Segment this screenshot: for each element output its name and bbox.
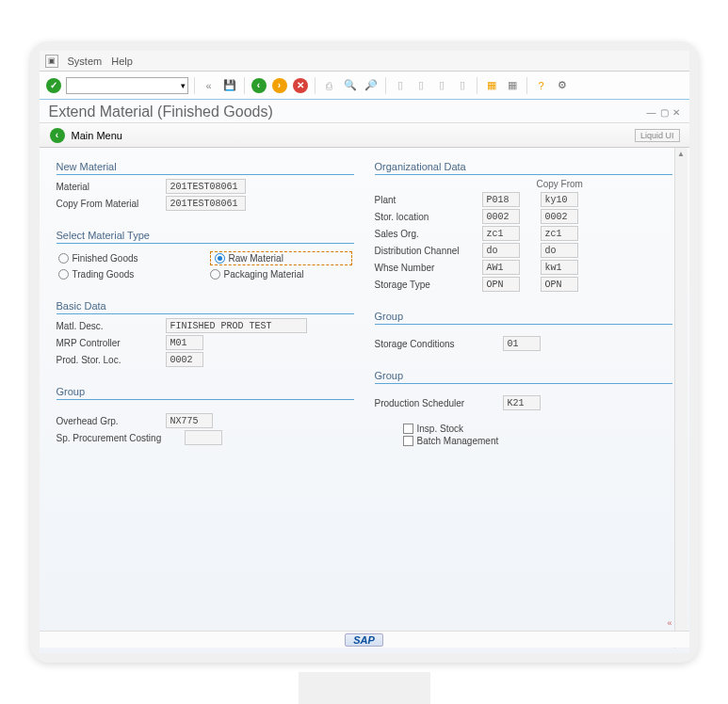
command-field[interactable]: ▾ <box>66 77 188 94</box>
label-sales: Sales Org. <box>375 229 477 239</box>
radio-raw-material[interactable]: Raw Material <box>210 251 352 265</box>
menu-help[interactable]: Help <box>111 56 133 67</box>
maximize-icon[interactable]: ▢ <box>660 107 669 118</box>
section-title-new-material: New Material <box>57 161 354 175</box>
minimize-icon[interactable]: — <box>647 107 656 118</box>
status-bar: SAP <box>40 631 689 648</box>
input-material[interactable]: 201TEST08061 <box>166 179 246 194</box>
label-matl-desc: Matl. Desc. <box>57 321 160 331</box>
section-title-select-type: Select Material Type <box>57 230 354 244</box>
input-matl-desc[interactable]: FINISHED PROD TEST <box>166 318 307 333</box>
label-plant: Plant <box>375 195 477 205</box>
shortcut-icon[interactable]: ▦ <box>504 77 521 94</box>
section-title-basic-data: Basic Data <box>57 300 354 314</box>
label-sp-proc: Sp. Procurement Costing <box>57 433 179 443</box>
checkbox-batch-mgmt[interactable]: Batch Management <box>403 436 672 446</box>
input-stype-copy[interactable]: OPN <box>541 277 578 292</box>
close-icon[interactable]: ✕ <box>672 107 680 118</box>
scrollbar[interactable]: ▲ ▼ <box>674 148 688 648</box>
section-group-r1: Group Storage Conditions 01 <box>375 311 672 353</box>
title-bar: Extend Material (Finished Goods) — ▢ ✕ <box>40 100 689 123</box>
section-basic-data: Basic Data Matl. Desc. FINISHED PROD TES… <box>57 300 354 369</box>
input-storage-cond[interactable]: 01 <box>503 336 541 351</box>
label-storage-cond: Storage Conditions <box>375 339 497 349</box>
radio-packaging-material[interactable]: Packaging Material <box>210 269 352 280</box>
input-sales-copy[interactable]: zc1 <box>541 226 578 241</box>
label-overhead: Overhead Grp. <box>57 416 160 426</box>
input-sales[interactable]: zc1 <box>482 226 520 241</box>
session-icon[interactable]: ▦ <box>483 77 500 94</box>
mainmenu-back-icon[interactable]: ‹ <box>49 127 66 144</box>
input-stor-copy[interactable]: 0002 <box>541 209 578 224</box>
section-title-org-data: Organizational Data <box>375 161 672 175</box>
section-group-left: Group Overhead Grp. NX775 Sp. Procuremen… <box>57 386 354 447</box>
exit-icon[interactable]: › <box>271 77 288 94</box>
page-last-icon[interactable]: ▯ <box>454 77 471 94</box>
menu-system[interactable]: System <box>68 56 103 67</box>
input-plant[interactable]: P018 <box>482 192 520 207</box>
help-icon[interactable]: ? <box>533 77 550 94</box>
radio-finished-goods[interactable]: Finished Goods <box>58 251 201 265</box>
app-icon: ▣ <box>45 55 58 68</box>
accept-icon[interactable]: ✓ <box>45 77 62 94</box>
back-double-icon[interactable]: « <box>201 77 218 94</box>
label-dist: Distribution Channel <box>375 246 477 256</box>
page-next-icon[interactable]: ▯ <box>433 77 450 94</box>
input-prod-sched[interactable]: K21 <box>503 395 541 410</box>
input-mrp[interactable]: M01 <box>166 335 203 350</box>
label-copy-from-header: Copy From <box>537 179 672 189</box>
find-icon[interactable]: 🔍 <box>342 77 359 94</box>
page-title: Extend Material (Finished Goods) <box>49 104 273 120</box>
section-title-group-r1: Group <box>375 311 672 325</box>
section-new-material: New Material Material 201TEST08061 Copy … <box>57 161 354 213</box>
label-mrp: MRP Controller <box>57 338 160 348</box>
section-org-data: Organizational Data Copy From Plant P018… <box>375 161 672 294</box>
section-title-group-r2: Group <box>375 370 672 384</box>
page-first-icon[interactable]: ▯ <box>392 77 409 94</box>
label-prod-sched: Production Scheduler <box>375 398 497 408</box>
input-stor[interactable]: 0002 <box>482 209 520 224</box>
label-prod-loc: Prod. Stor. Loc. <box>57 355 160 365</box>
label-whse: Whse Number <box>375 263 477 273</box>
input-plant-copy[interactable]: ky10 <box>541 192 578 207</box>
section-title-group-left: Group <box>57 386 354 400</box>
mainmenu-label[interactable]: Main Menu <box>72 130 122 141</box>
liquid-ui-badge: Liquid UI <box>635 129 680 142</box>
input-stype[interactable]: OPN <box>482 277 520 292</box>
scroll-up-icon[interactable]: ▲ <box>677 150 685 158</box>
checkbox-insp-stock[interactable]: Insp. Stock <box>403 424 672 434</box>
section-group-r2: Group Production Scheduler K21 Insp. Sto… <box>375 370 672 448</box>
print-icon[interactable]: ⎙ <box>321 77 338 94</box>
input-prod-loc[interactable]: 0002 <box>166 352 203 367</box>
radio-trading-goods[interactable]: Trading Goods <box>58 269 201 280</box>
input-whse-copy[interactable]: kw1 <box>541 260 578 275</box>
label-stype: Storage Type <box>375 280 477 290</box>
input-whse[interactable]: AW1 <box>482 260 520 275</box>
input-dist[interactable]: do <box>482 243 520 258</box>
menubar: ▣ System Help <box>40 51 689 72</box>
input-dist-copy[interactable]: do <box>541 243 578 258</box>
settings-icon[interactable]: ⚙ <box>554 77 571 94</box>
input-sp-proc[interactable] <box>185 430 222 445</box>
label-material: Material <box>57 182 160 192</box>
back-icon[interactable]: ‹ <box>251 77 267 94</box>
collapse-icon[interactable]: « <box>667 618 671 628</box>
save-icon[interactable]: 💾 <box>221 77 238 94</box>
section-select-type: Select Material Type Finished Goods Raw … <box>57 230 354 283</box>
sap-logo: SAP <box>345 633 383 647</box>
cancel-icon[interactable]: ✕ <box>292 77 309 94</box>
toolbar: ✓ ▾ « 💾 ‹ › ✕ ⎙ 🔍 🔎 ▯ ▯ ▯ ▯ ▦ ▦ ? ⚙ <box>40 72 689 100</box>
input-overhead[interactable]: NX775 <box>166 413 213 428</box>
input-copy-from-material[interactable]: 201TEST08061 <box>166 196 246 211</box>
find-next-icon[interactable]: 🔎 <box>363 77 380 94</box>
label-stor: Stor. location <box>375 212 477 222</box>
sub-toolbar: ‹ Main Menu Liquid UI <box>40 123 689 148</box>
page-prev-icon[interactable]: ▯ <box>413 77 429 94</box>
label-copy-from-material: Copy From Material <box>57 199 160 209</box>
